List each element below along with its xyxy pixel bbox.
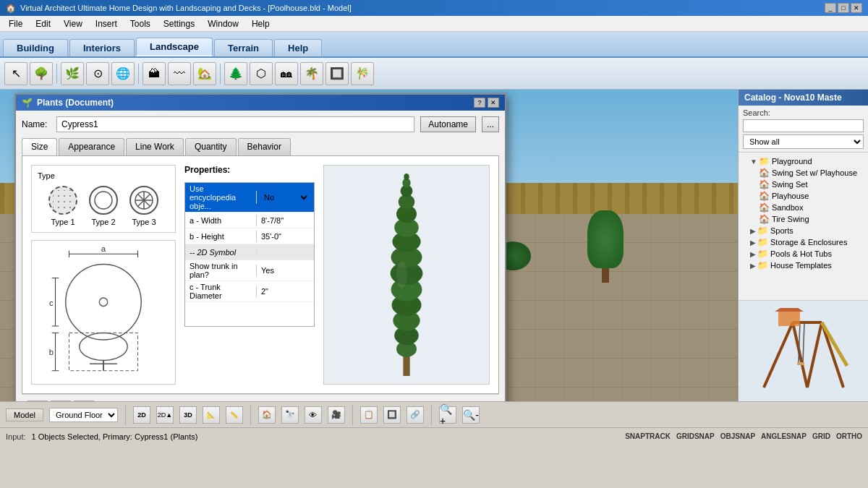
status-btn-cam4[interactable]: 🎥 bbox=[328, 406, 345, 424]
catalog-item-storage[interactable]: ▶ 📁 Storage & Enclosures bbox=[739, 236, 868, 248]
status-btn-cam3[interactable]: 👁 bbox=[305, 406, 322, 424]
snap-objsnap[interactable]: OBJSNAP bbox=[720, 432, 755, 440]
toolbar-btn-9[interactable]: 🌲 bbox=[224, 62, 247, 85]
prop-select-0[interactable]: No Yes bbox=[261, 192, 310, 202]
type-3-circle bbox=[129, 186, 158, 215]
label-playground: Playground bbox=[772, 157, 812, 166]
prop-row-height[interactable]: b - Height 35'-0" bbox=[185, 228, 314, 244]
status-btn-elev[interactable]: 📏 bbox=[226, 406, 243, 424]
catalog-item-tire-swing[interactable]: 🏠 Tire Swing bbox=[739, 213, 868, 225]
type-option-1[interactable]: Type 1 bbox=[48, 186, 77, 226]
menu-settings[interactable]: Settings bbox=[158, 17, 200, 30]
footer-icon-btn-3[interactable]: 🎵 bbox=[74, 401, 94, 401]
menu-file[interactable]: File bbox=[3, 17, 28, 30]
maximize-button[interactable]: □ bbox=[838, 3, 849, 13]
toolbar-btn-11[interactable]: 🏘 bbox=[275, 62, 298, 85]
dialog-footer: 📄 🔄 🎵 OK Cancel bbox=[22, 394, 499, 401]
menu-view[interactable]: View bbox=[58, 17, 88, 30]
tab-size[interactable]: Size bbox=[22, 138, 57, 155]
tab-building[interactable]: Building bbox=[3, 39, 68, 56]
folder-icon-sports: 📁 bbox=[757, 226, 768, 236]
svg-line-46 bbox=[803, 322, 804, 362]
footer-icon-btn-2[interactable]: 🔄 bbox=[51, 401, 71, 401]
catalog-item-house-templates[interactable]: ▶ 📁 House Templates bbox=[739, 260, 868, 271]
tab-interiors[interactable]: Interiors bbox=[69, 39, 135, 56]
dialog-help-button[interactable]: ? bbox=[474, 98, 485, 108]
toolbar-btn-7[interactable]: 〰 bbox=[168, 62, 191, 85]
catalog-item-sports[interactable]: ▶ 📁 Sports bbox=[739, 225, 868, 236]
tab-terrain[interactable]: Terrain bbox=[214, 39, 273, 56]
menu-edit[interactable]: Edit bbox=[30, 17, 56, 30]
svg-text:c: c bbox=[49, 299, 54, 307]
prop-row-show-trunk[interactable]: Show trunk in plan? Yes bbox=[185, 260, 314, 281]
dots-button[interactable]: ... bbox=[482, 116, 499, 132]
minimize-button[interactable]: _ bbox=[825, 3, 836, 13]
title-bar-controls[interactable]: _ □ ✕ bbox=[825, 3, 862, 13]
status-bar: Model Ground Floor 2D 2D▲ 3D 📐 📏 🏠 🔭 👁 🎥… bbox=[0, 401, 868, 427]
icon-playhouse: 🏠 bbox=[759, 191, 770, 201]
catalog-item-pools[interactable]: ▶ 📁 Pools & Hot Tubs bbox=[739, 248, 868, 260]
folder-icon-pools: 📁 bbox=[757, 249, 768, 259]
status-btn-layer1[interactable]: 📋 bbox=[360, 406, 378, 424]
status-btn-zoom-in[interactable]: 🔍+ bbox=[439, 406, 456, 424]
snap-ortho[interactable]: ORTHO bbox=[836, 432, 862, 440]
status-btn-3d[interactable]: 3D bbox=[179, 406, 197, 424]
dialog-close-button[interactable]: ✕ bbox=[488, 98, 499, 108]
tab-quantity[interactable]: Quantity bbox=[185, 138, 237, 155]
prop-val-0[interactable]: No Yes bbox=[256, 191, 314, 204]
tab-behavior[interactable]: Behavior bbox=[238, 138, 291, 155]
prop-row-encyclopedia[interactable]: Use encyclopedia obje... No Yes bbox=[185, 183, 314, 213]
status-btn-plan[interactable]: 📐 bbox=[203, 406, 220, 424]
toolbar-btn-2[interactable]: 🌳 bbox=[30, 62, 53, 85]
status-btn-2d[interactable]: 2D bbox=[133, 406, 150, 424]
type-option-3[interactable]: Type 3 bbox=[129, 186, 158, 226]
catalog-item-sandbox[interactable]: 🏠 Sandbox bbox=[739, 202, 868, 213]
footer-icon-btn-1[interactable]: 📄 bbox=[27, 401, 48, 401]
toolbar-btn-13[interactable]: 🔲 bbox=[326, 62, 349, 85]
toolbar-btn-6[interactable]: 🏔 bbox=[142, 62, 166, 85]
prop-row-trunk-diam[interactable]: c - Trunk Diameter 2" bbox=[185, 281, 314, 302]
floor-select[interactable]: Ground Floor bbox=[49, 408, 118, 422]
catalog-item-playground[interactable]: ▼ 📁 Playground bbox=[739, 155, 868, 167]
status-btn-cam2[interactable]: 🔭 bbox=[281, 406, 299, 424]
toolbar-btn-8[interactable]: 🏡 bbox=[193, 62, 216, 85]
show-all-select[interactable]: Show all bbox=[743, 134, 864, 149]
catalog-item-swing-playhouse[interactable]: 🏠 Swing Set w/ Playhouse bbox=[739, 167, 868, 179]
tab-help[interactable]: Help bbox=[274, 39, 322, 56]
toolbar-btn-10[interactable]: ⬡ bbox=[250, 62, 273, 85]
status-btn-layer2[interactable]: 🔲 bbox=[383, 406, 401, 424]
menu-tools[interactable]: Tools bbox=[124, 17, 156, 30]
catalog-item-playhouse[interactable]: 🏠 Playhouse bbox=[739, 190, 868, 202]
toolbar-btn-1[interactable]: ↖ bbox=[4, 62, 27, 85]
toolbar-btn-12[interactable]: 🌴 bbox=[300, 62, 323, 85]
tab-linework[interactable]: Line Work bbox=[126, 138, 184, 155]
status-btn-layer3[interactable]: 🔗 bbox=[407, 406, 424, 424]
catalog-item-swing-set[interactable]: 🏠 Swing Set bbox=[739, 179, 868, 190]
toolbar-btn-3[interactable]: 🌿 bbox=[61, 62, 84, 85]
status-btn-cam1[interactable]: 🏠 bbox=[258, 406, 276, 424]
menu-window[interactable]: Window bbox=[202, 17, 244, 30]
catalog-search-input[interactable] bbox=[743, 119, 864, 132]
tab-landscape[interactable]: Landscape bbox=[136, 38, 213, 56]
model-tab[interactable]: Model bbox=[6, 408, 43, 421]
properties-table[interactable]: Use encyclopedia obje... No Yes bbox=[184, 182, 315, 327]
prop-row-width[interactable]: a - Width 8'-7/8" bbox=[185, 213, 314, 228]
close-button[interactable]: ✕ bbox=[851, 3, 862, 13]
status-btn-2da[interactable]: 2D▲ bbox=[156, 406, 174, 424]
tab-appearance[interactable]: Appearance bbox=[59, 138, 124, 155]
type-2-svg bbox=[93, 190, 114, 210]
menu-insert[interactable]: Insert bbox=[90, 17, 123, 30]
snap-anglesnap[interactable]: ANGLESNAP bbox=[761, 432, 807, 440]
menu-help[interactable]: Help bbox=[246, 17, 276, 30]
snap-gridsnap[interactable]: GRIDSNAP bbox=[676, 432, 715, 440]
snap-grid[interactable]: GRID bbox=[812, 432, 830, 440]
toolbar-btn-5[interactable]: 🌐 bbox=[111, 62, 135, 85]
icon-tire-swing: 🏠 bbox=[759, 214, 770, 224]
toolbar-btn-4[interactable]: ⊙ bbox=[86, 62, 109, 85]
type-option-2[interactable]: Type 2 bbox=[89, 186, 118, 226]
snap-snaptrack[interactable]: SNAPTRACK bbox=[625, 432, 671, 440]
plant-name-input[interactable] bbox=[56, 116, 414, 132]
status-btn-zoom-out[interactable]: 🔍- bbox=[462, 406, 480, 424]
autoname-button[interactable]: Autoname bbox=[420, 116, 476, 132]
toolbar-btn-14[interactable]: 🎋 bbox=[351, 62, 374, 85]
